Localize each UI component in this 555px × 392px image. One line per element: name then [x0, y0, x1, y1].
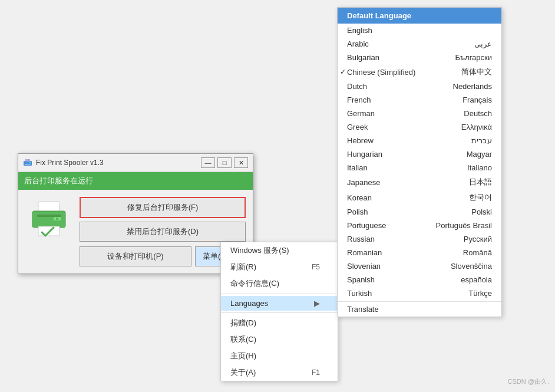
menu-item-r[interactable]: 刷新(R)F5 — [221, 259, 338, 275]
lang-item-romanian[interactable]: RomanianRomână — [338, 246, 501, 259]
lang-menu-header: Default Language — [338, 8, 501, 24]
app-content: 修复后台打印服务(F) 禁用后台打印服务(D) 设备和打印机(P) 菜单(M) … — [18, 190, 253, 274]
menu-item-languages[interactable]: Languages▶ — [221, 296, 338, 311]
lang-item-spanish[interactable]: Spanishespañola — [338, 273, 501, 286]
svg-point-8 — [56, 218, 58, 220]
svg-rect-1 — [25, 159, 30, 162]
lang-item-polish[interactable]: PolishPolski — [338, 205, 501, 219]
lang-item-italian[interactable]: ItalianItaliano — [338, 161, 501, 174]
title-bar: Fix Print Spooler v1.3 — □ ✕ — [18, 154, 253, 172]
language-submenu: Default Language EnglishArabicعربىBulgar… — [337, 7, 502, 317]
app-icon — [23, 158, 32, 167]
lang-item-portuguese[interactable]: PortuguesePortuguês Brasil — [338, 219, 501, 232]
close-button[interactable]: ✕ — [234, 157, 248, 168]
lang-item-english[interactable]: English — [338, 24, 501, 37]
printer-icon — [25, 197, 72, 244]
lang-item-japanese[interactable]: Japanese日本語 — [338, 174, 501, 190]
fix-button[interactable]: 修复后台打印服务(F) — [80, 197, 246, 218]
lang-item-german[interactable]: GermanDeutsch — [338, 107, 501, 120]
menu-item-c[interactable]: 命令行信息(C) — [221, 275, 338, 292]
devices-button[interactable]: 设备和打印机(P) — [80, 246, 191, 266]
maximize-button[interactable]: □ — [217, 157, 232, 168]
menu-item-a[interactable]: 关于(A)F1 — [221, 364, 338, 381]
app-window: Fix Print Spooler v1.3 — □ ✕ 后台打印服务在运行 — [18, 153, 253, 274]
lang-item-korean[interactable]: Korean한국어 — [338, 190, 501, 205]
menu-item-d[interactable]: 捐赠(D) — [221, 315, 338, 331]
title-bar-left: Fix Print Spooler v1.3 — [23, 158, 104, 167]
lang-item-dutch[interactable]: DutchNederlands — [338, 80, 501, 93]
title-controls: — □ ✕ — [201, 157, 248, 168]
lang-item-hungarian[interactable]: HungarianMagyar — [338, 147, 501, 161]
menu-separator — [221, 294, 338, 294]
lang-item-slovenian[interactable]: SlovenianSlovenščina — [338, 259, 501, 273]
window-title: Fix Print Spooler v1.3 — [36, 159, 104, 167]
lang-item-turkish[interactable]: TurkishTürkçe — [338, 286, 501, 300]
lang-item-hebrew[interactable]: Hebrewעברית — [338, 134, 501, 147]
svg-rect-6 — [37, 215, 61, 217]
lang-item-russian[interactable]: RussianРусский — [338, 232, 501, 246]
lang-item-chinese-(simplified)[interactable]: Chinese (Simplified)简体中文 — [338, 64, 501, 80]
disable-button[interactable]: 禁用后台打印服务(D) — [80, 222, 246, 242]
menu-item-h[interactable]: 主页(H) — [221, 348, 338, 364]
lang-item-arabic[interactable]: Arabicعربى — [338, 37, 501, 51]
lang-item-french[interactable]: FrenchFrançais — [338, 93, 501, 107]
lang-item-greek[interactable]: GreekΕλληνικά — [338, 120, 501, 134]
translate-item[interactable]: Translate — [338, 301, 501, 317]
context-menu: Windows 服务(S)刷新(R)F5命令行信息(C)Languages▶捐赠… — [220, 242, 338, 381]
watermark: CSDN @由久. — [508, 377, 549, 386]
status-text: 后台打印服务在运行 — [24, 176, 93, 185]
lang-item-bulgarian[interactable]: BulgarianБългарски — [338, 51, 501, 64]
menu-item-windowss[interactable]: Windows 服务(S) — [221, 242, 338, 259]
menu-item-c[interactable]: 联系(C) — [221, 331, 338, 348]
svg-point-3 — [29, 162, 31, 163]
status-bar: 后台打印服务在运行 — [18, 172, 253, 190]
minimize-button[interactable]: — — [201, 157, 215, 168]
svg-rect-2 — [25, 164, 31, 165]
menu-separator — [221, 312, 338, 313]
